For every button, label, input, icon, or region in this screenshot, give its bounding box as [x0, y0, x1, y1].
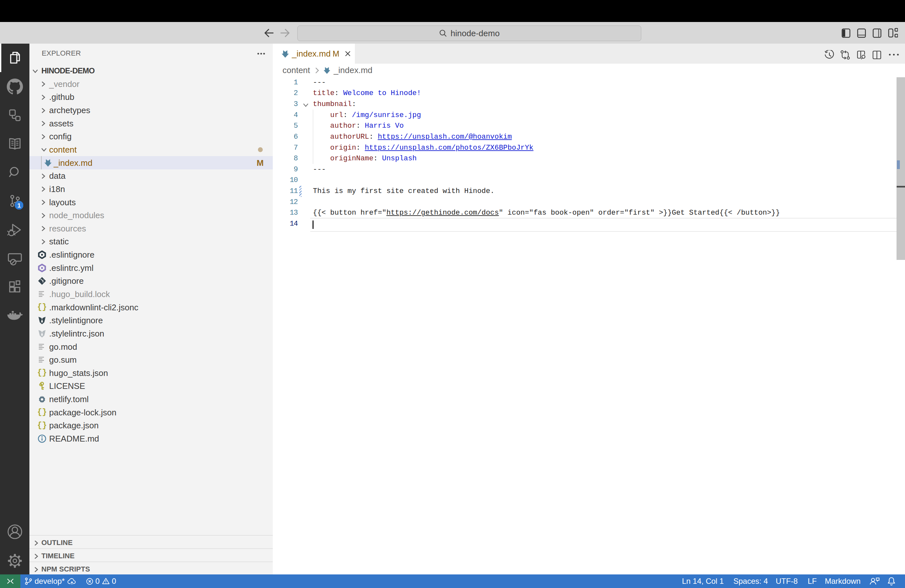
svg-text:1: 1: [17, 202, 21, 209]
